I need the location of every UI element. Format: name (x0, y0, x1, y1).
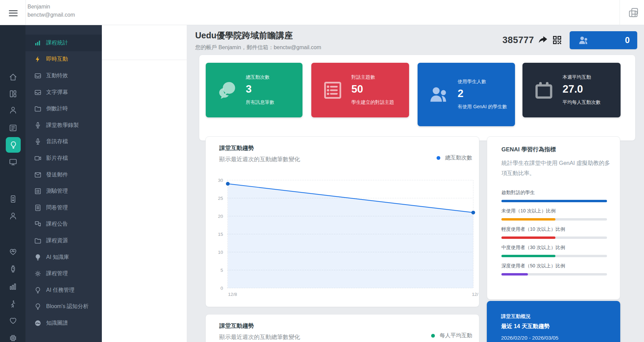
sidebar-item-label: 問卷管理 (46, 204, 68, 211)
gear-icon (34, 270, 42, 278)
svg-text:10: 10 (218, 250, 223, 255)
heart-pulse-icon (8, 247, 18, 256)
trend-chart-panel-2: 課堂互動趨勢 顯示最近週次的互動總筆數變化 每人平均互動 (205, 314, 479, 342)
sidebar-item-label: Bloom's 認知分析 (46, 303, 89, 310)
sidebar-nav-list: 課程統計即時互動互動特效文字彈幕倒數計時課堂教學錄製音訊存檔影片存檔發送郵件測驗… (25, 35, 102, 331)
sidebar-item[interactable]: 文字彈幕 (25, 84, 102, 101)
session-code: 385777 (502, 35, 534, 45)
envelope-icon (34, 171, 42, 179)
stat-card: 對話主題數 50 學生建立的對話主題 (311, 63, 409, 117)
rail-heart-pulse-button[interactable] (6, 244, 20, 259)
sidebar-item[interactable]: 倒數計時 (25, 100, 102, 117)
svg-text:12/: 12/ (472, 292, 478, 297)
svg-text:25: 25 (218, 196, 223, 201)
svg-text:15: 15 (218, 232, 223, 237)
sidebar-item[interactable]: 互動特效 (25, 68, 102, 84)
chart-legend: 總互動次數 (437, 154, 472, 162)
rail-chart-bar-o-button[interactable] (6, 279, 20, 293)
windows-copy-icon[interactable] (628, 7, 639, 18)
rail-idcard-button[interactable] (6, 192, 20, 206)
sidebar-item[interactable]: 測驗管理 (25, 183, 102, 200)
microphone-icon (34, 138, 42, 146)
rail-user-button[interactable] (6, 209, 20, 223)
svg-text:20: 20 (218, 214, 223, 219)
home-icon (8, 73, 18, 82)
stat-sublabel: 平均每人互動次數 (563, 99, 601, 106)
stat-label: 本週平均互動 (563, 74, 601, 80)
genai-metric: 啟動對話的學生 (501, 187, 607, 205)
stat-label: 對話主題數 (351, 74, 394, 80)
stat-value: 2 (458, 88, 507, 100)
sidebar-item[interactable]: 音訊存檔 (25, 134, 102, 150)
metric-label: 深度使用者（50 次以上）比例 (501, 260, 607, 269)
share-icon[interactable] (537, 35, 548, 45)
bulb-icon (34, 303, 42, 310)
rail-layout-button[interactable] (6, 87, 20, 101)
user-info: Benjamin benctw@gmail.com (27, 3, 75, 19)
genai-panel: GENAI 學習行為指標 統計學生在課堂中使用 GenAI 虛擬助教的多項互動比… (487, 136, 620, 300)
sidebar-item[interactable]: 發送郵件 (25, 167, 102, 183)
rail-news-button[interactable] (6, 120, 20, 135)
rail-user-button[interactable] (6, 103, 20, 117)
gap-divider (102, 60, 187, 60)
chart-title: 課堂互動趨勢 (219, 144, 254, 152)
app-root: Benjamin benctw@gmail.com 課程統計即時互動互動特效文字… (0, 0, 644, 342)
metric-label: 未使用（10 次以上）比例 (501, 205, 607, 214)
svg-text:12/8: 12/8 (228, 292, 237, 297)
sidebar-item[interactable]: 課堂教學錄製 (25, 117, 102, 134)
rail-home-button[interactable] (6, 70, 20, 84)
legend-dot (431, 334, 435, 338)
chart-bar-o-icon (8, 282, 18, 291)
sidebar-item-label: 影片存檔 (46, 155, 68, 162)
legend-dot (437, 156, 440, 160)
rail-monitor-button[interactable] (6, 155, 20, 169)
rail-heart-button[interactable] (6, 313, 20, 327)
chart2-title: 課堂互動趨勢 (219, 322, 254, 330)
sidebar-item-label: 互動特效 (46, 72, 68, 79)
news-icon (8, 123, 18, 132)
sidebar-item[interactable]: AI 知識庫 (25, 249, 102, 266)
chart-subtitle: 顯示最近週次的互動總筆數變化 (219, 155, 300, 163)
rail-walk-button[interactable] (6, 297, 20, 311)
sidebar-item[interactable]: 影片存檔 (25, 150, 102, 167)
participants-button[interactable]: 0 (570, 31, 637, 49)
rail-chip-button[interactable] (6, 331, 20, 342)
microphone-icon (34, 121, 42, 129)
progress-fill (501, 255, 555, 257)
sidebar: 課程統計即時互動互動特效文字彈幕倒數計時課堂教學錄製音訊存檔影片存檔發送郵件測驗… (25, 25, 102, 342)
sidebar-item[interactable]: 即時互動 (25, 51, 102, 68)
sidebar-item[interactable]: 課程公告 (25, 216, 102, 233)
qr-code-icon[interactable] (552, 35, 563, 45)
page-title: Uedu優學院跨域前瞻講座 (195, 30, 293, 41)
icon-rail (0, 25, 25, 342)
progress-track (501, 200, 607, 202)
sidebar-item-label: 音訊存檔 (46, 138, 68, 145)
sidebar-item[interactable]: 問卷管理 (25, 200, 102, 216)
chart-plot-area: 05101520253012/812/ (206, 177, 480, 303)
sidebar-item[interactable]: 課程統計 (25, 35, 102, 51)
summary-title: 課堂互動概況 (501, 313, 531, 320)
stat-card: 本週平均互動 27.0 平均每人互動次數 (522, 63, 621, 117)
layout-icon (8, 89, 18, 98)
stat-sublabel: 所有訊息筆數 (246, 99, 274, 106)
chart2-subtitle: 顯示最近週次的互動總筆數變化 (219, 333, 300, 341)
sidebar-item-label: 倒數計時 (46, 105, 68, 112)
chart2-legend: 每人平均互動 (431, 332, 472, 339)
genai-metric: 輕度使用者（10 次以上）比例 (501, 224, 607, 242)
rail-watch-button[interactable] (6, 262, 20, 276)
topbar-divider (25, 0, 26, 25)
stat-value: 3 (246, 83, 274, 95)
chart-bar-icon (34, 39, 42, 47)
rail-bulb-button[interactable] (6, 137, 21, 153)
sidebar-item[interactable]: 知識圖譜 (25, 315, 102, 331)
progress-track (501, 273, 607, 276)
stat-sublabel: 學生建立的對話主題 (351, 99, 394, 106)
users-icon (578, 35, 589, 46)
progress-fill (501, 236, 555, 239)
sidebar-item[interactable]: 課程資源 (25, 232, 102, 249)
sidebar-item[interactable]: Bloom's 認知分析 (25, 299, 102, 315)
sidebar-item[interactable]: 課程管理 (25, 265, 102, 282)
sidebar-item[interactable]: AI 任務管理 (25, 282, 102, 299)
sidebar-item-label: 即時互動 (46, 56, 68, 63)
hamburger-menu-icon[interactable] (9, 8, 18, 17)
